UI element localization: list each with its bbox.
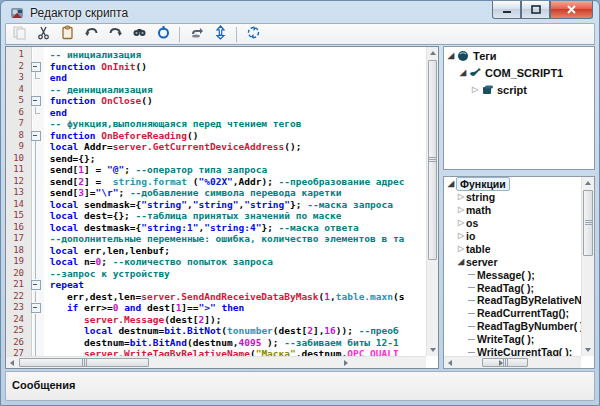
code-line[interactable]: 7 -- функция,выполняющаяся перед чтением… bbox=[6, 118, 426, 130]
code-line[interactable]: 22 err,dest,len=server.SendAndReceiveDat… bbox=[6, 291, 426, 303]
code-line[interactable]: 5 function OnClose() bbox=[6, 95, 426, 107]
close-button[interactable] bbox=[550, 1, 593, 19]
redo-button[interactable] bbox=[106, 25, 124, 43]
code-line[interactable]: 3 end bbox=[6, 72, 426, 84]
functions-horizontal-scrollbar[interactable] bbox=[444, 356, 581, 368]
find-button[interactable] bbox=[130, 25, 148, 43]
code-line[interactable]: 26 destnum=bit.BitAnd(destnum,4095 ); --… bbox=[6, 337, 426, 349]
tree-item-com-script[interactable]: ◢ COM_SCRIPT1 bbox=[444, 64, 594, 81]
code-line[interactable]: 6 end bbox=[6, 107, 426, 119]
expander-open-icon[interactable]: ◢ bbox=[456, 257, 466, 267]
minimize-button[interactable] bbox=[492, 1, 521, 19]
expander-closed-icon[interactable]: ▷ bbox=[456, 231, 466, 241]
code-editor[interactable]: 1 -- инициализация2 function OnInit()3 e… bbox=[5, 46, 439, 369]
token-c: -- инициализация bbox=[50, 49, 142, 60]
code-line[interactable]: 4 -- деинициализация bbox=[6, 84, 426, 96]
code-line[interactable]: 24 server.Message(dest[2]); bbox=[6, 314, 426, 326]
fold-marker-icon[interactable] bbox=[28, 61, 44, 73]
code-line[interactable]: 8 function OnBeforeReading() bbox=[6, 130, 426, 142]
token-p: send[ bbox=[50, 187, 79, 198]
vertical-scroll-thumb[interactable] bbox=[583, 190, 593, 256]
code-line[interactable]: 1 -- инициализация bbox=[6, 49, 426, 61]
scroll-left-arrow[interactable] bbox=[6, 357, 18, 369]
code-line[interactable]: 12 send[2] = string.format ("%02X",Addr)… bbox=[6, 176, 426, 188]
tree-item-method-readtagbyrelativename[interactable]: ReadTagByRelativeName( ); bbox=[444, 294, 581, 307]
code-text: function OnBeforeReading() bbox=[44, 130, 198, 142]
code-line[interactable]: 21 repeat bbox=[6, 279, 426, 291]
tree-item-method-readtag[interactable]: ReadTag( ); bbox=[444, 281, 581, 294]
copy-button[interactable] bbox=[10, 25, 28, 43]
scroll-up-arrow[interactable] bbox=[582, 177, 594, 189]
code-line[interactable]: 16 local destmask={"string:1","string:4"… bbox=[6, 222, 426, 234]
horizontal-scroll-thumb[interactable] bbox=[19, 358, 149, 367]
code-line[interactable]: 19 local n=0; --количество попыток запро… bbox=[6, 256, 426, 268]
scroll-down-arrow[interactable] bbox=[427, 344, 439, 356]
functions-vertical-scrollbar[interactable] bbox=[581, 177, 594, 356]
tree-item-module-string[interactable]: ▷string bbox=[444, 191, 581, 204]
scroll-right-arrow[interactable] bbox=[414, 357, 426, 369]
sync-button[interactable] bbox=[211, 25, 229, 43]
code-line[interactable]: 27 server.WriteTagByRelativeName("Маска"… bbox=[6, 348, 426, 356]
code-line[interactable]: 18 local err,len,lenbuf; bbox=[6, 245, 426, 257]
token-p: ], bbox=[313, 325, 324, 336]
code-line[interactable]: 13 send[3]="\r"; --добавление символа пе… bbox=[6, 187, 426, 199]
token-p: ,Addr); bbox=[233, 176, 279, 187]
tree-item-module-os[interactable]: ▷os bbox=[444, 217, 581, 230]
tree-item-method-message[interactable]: Message( ); bbox=[444, 268, 581, 281]
scroll-up-arrow[interactable] bbox=[427, 47, 439, 59]
code-line[interactable]: 20 --запрос к устройству bbox=[6, 268, 426, 280]
tree-item-module-io[interactable]: ▷io bbox=[444, 230, 581, 243]
code-line[interactable]: 15 local dest={}; --таблица принятых зна… bbox=[6, 210, 426, 222]
expander-closed-icon[interactable]: ▷ bbox=[456, 192, 466, 202]
tree-item-functions-root[interactable]: ◢Функции bbox=[444, 178, 581, 191]
run-button[interactable] bbox=[187, 25, 205, 43]
code-line[interactable]: 10 send={}; bbox=[6, 153, 426, 165]
paste-button[interactable] bbox=[58, 25, 76, 43]
expander-closed-icon[interactable]: ▷ bbox=[456, 244, 466, 254]
code-line[interactable]: 25 local destnum=bit.BitNot(tonumber(des… bbox=[6, 325, 426, 337]
expander-open-icon[interactable]: ◢ bbox=[446, 51, 456, 61]
expander-closed-icon[interactable]: ▷ bbox=[470, 85, 480, 95]
tree-item-method-writecurrenttag[interactable]: WriteCurrentTag( ); bbox=[444, 346, 581, 356]
maximize-button[interactable] bbox=[521, 1, 550, 19]
fold-marker-icon[interactable] bbox=[28, 302, 44, 314]
tree-item-method-readtagbynumber[interactable]: ReadTagByNumber( ); bbox=[444, 320, 581, 333]
code-line[interactable]: 17 --дополнительные переменные: ошибка, … bbox=[6, 233, 426, 245]
tree-item-method-readcurrenttag[interactable]: ReadCurrentTag(); bbox=[444, 307, 581, 320]
tree-item-method-writetag[interactable]: WriteTag( ); bbox=[444, 333, 581, 346]
expander-open-icon[interactable]: ◢ bbox=[446, 179, 456, 189]
code-line[interactable]: 9 local Addr=server.GetCurrentDeviceAddr… bbox=[6, 141, 426, 153]
code-line[interactable]: 23 if err>=0 and dest[1]==">" then bbox=[6, 302, 426, 314]
line-number: 14 bbox=[6, 199, 28, 211]
undo-button[interactable] bbox=[82, 25, 100, 43]
tree-item-script[interactable]: ▷ script bbox=[444, 81, 594, 98]
refresh-button[interactable] bbox=[244, 25, 262, 43]
cut-button[interactable] bbox=[34, 25, 52, 43]
code-line[interactable]: 11 send[1] = "@"; --оператор типа запрос… bbox=[6, 164, 426, 176]
editor-horizontal-scrollbar[interactable] bbox=[6, 356, 426, 368]
scroll-down-arrow[interactable] bbox=[582, 344, 594, 356]
fold-marker-icon[interactable] bbox=[28, 279, 44, 291]
expander-closed-icon[interactable]: ▷ bbox=[456, 205, 466, 215]
scroll-right-arrow[interactable] bbox=[569, 357, 581, 369]
tree-item-module-table[interactable]: ▷table bbox=[444, 242, 581, 255]
tree-connector bbox=[468, 300, 475, 301]
titlebar[interactable]: Редактор скрипта bbox=[5, 1, 595, 23]
minimize-icon bbox=[502, 5, 512, 14]
fold-marker-icon[interactable] bbox=[28, 95, 44, 107]
scroll-left-arrow[interactable] bbox=[444, 357, 456, 369]
tree-item-module-math[interactable]: ▷math bbox=[444, 204, 581, 217]
token-k: if bbox=[67, 302, 78, 313]
expander-closed-icon[interactable]: ▷ bbox=[456, 218, 466, 228]
fold-marker-icon[interactable] bbox=[28, 130, 44, 142]
compile-button[interactable] bbox=[154, 25, 172, 43]
tree-item-module-server[interactable]: ◢server bbox=[444, 255, 581, 268]
editor-vertical-scrollbar[interactable] bbox=[426, 47, 438, 356]
code-line[interactable]: 14 local sendmask={"string","string","st… bbox=[6, 199, 426, 211]
vertical-scroll-thumb[interactable] bbox=[428, 60, 437, 260]
line-number: 4 bbox=[6, 84, 28, 96]
expander-open-icon[interactable]: ◢ bbox=[458, 68, 468, 78]
tree-item-tags-root[interactable]: ◢ Теги bbox=[444, 47, 594, 64]
code-line[interactable]: 2 function OnInit() bbox=[6, 61, 426, 73]
window-controls bbox=[492, 1, 593, 19]
